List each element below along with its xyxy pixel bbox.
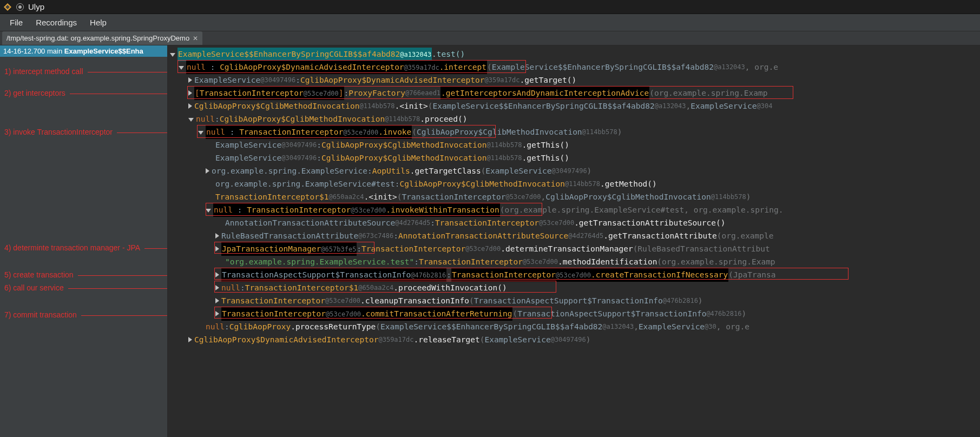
menu-help[interactable]: Help bbox=[90, 18, 107, 27]
tree-row[interactable]: null : TransactionInterceptor@53ce7d00.i… bbox=[168, 125, 980, 138]
expand-icon[interactable] bbox=[188, 77, 192, 83]
tree-row[interactable]: JpaTransactionManager@657b3fe5 : Transac… bbox=[168, 242, 980, 255]
menubar: File Recordings Help bbox=[0, 14, 980, 31]
recording-row[interactable]: 14-16-12.700 main ExampleService$$Enha bbox=[0, 45, 167, 57]
tree-row[interactable]: AnnotationTransactionAttributeSource@4d2… bbox=[168, 216, 980, 229]
tree-row[interactable]: TransactionInterceptor@53ce7d00.cleanupT… bbox=[168, 294, 980, 307]
expand-icon[interactable] bbox=[215, 285, 219, 290]
app-icon bbox=[3, 3, 12, 11]
expand-icon[interactable] bbox=[215, 298, 219, 303]
tree-row[interactable]: null : TransactionInterceptor$1@650aa2c4… bbox=[168, 281, 980, 294]
tree-row[interactable]: org.example.spring.ExampleService#test :… bbox=[168, 177, 980, 190]
tree-row[interactable]: ExampleService@30497496 : CglibAopProxy$… bbox=[168, 74, 980, 87]
tree-row[interactable]: org.example.spring.ExampleService : AopU… bbox=[168, 164, 980, 177]
tree-row[interactable]: CglibAopProxy$DynamicAdvisedInterceptor@… bbox=[168, 333, 980, 346]
tree-row[interactable]: TransactionInterceptor$1@650aa2c4.<init>… bbox=[168, 190, 980, 203]
tabstrip: /tmp/test-spring.dat: org.example.spring… bbox=[0, 31, 980, 45]
left-method: ExampleService$$Enha bbox=[64, 47, 143, 55]
anno-3: 3) invoke TransactionInterceptor bbox=[4, 128, 113, 136]
timestamp: 14-16-12.700 bbox=[3, 47, 45, 55]
thread: main bbox=[47, 47, 62, 55]
tab-recording[interactable]: /tmp/test-spring.dat: org.example.spring… bbox=[2, 31, 202, 45]
close-icon[interactable]: ✕ bbox=[193, 35, 198, 42]
titlebar: Ulyp bbox=[0, 0, 980, 14]
expand-icon[interactable] bbox=[170, 53, 175, 57]
expand-icon[interactable] bbox=[215, 246, 219, 251]
tree-row[interactable]: TransactionInterceptor@53ce7d00.commitTr… bbox=[168, 307, 980, 320]
window-title: Ulyp bbox=[28, 2, 44, 11]
expand-icon[interactable] bbox=[188, 103, 192, 109]
menu-recordings[interactable]: Recordings bbox=[36, 18, 77, 27]
left-panel: 14-16-12.700 main ExampleService$$Enha 1… bbox=[0, 45, 168, 437]
expand-icon[interactable] bbox=[215, 272, 219, 277]
expand-icon[interactable] bbox=[206, 209, 211, 213]
tree-row[interactable]: ExampleService@30497496 : CglibAopProxy$… bbox=[168, 151, 980, 164]
expand-icon[interactable] bbox=[188, 118, 194, 122]
tree-row[interactable]: null : CglibAopProxy$CglibMethodInvocati… bbox=[168, 112, 980, 125]
tab-label: /tmp/test-spring.dat: org.example.spring… bbox=[6, 34, 189, 42]
expand-icon[interactable] bbox=[188, 90, 192, 96]
anno-1: 1) intercept method call bbox=[4, 67, 83, 76]
expand-icon[interactable] bbox=[188, 337, 192, 342]
tree-row[interactable]: RuleBasedTransactionAttribute@673c7486 :… bbox=[168, 229, 980, 242]
expand-icon[interactable] bbox=[215, 311, 219, 316]
main-split: 14-16-12.700 main ExampleService$$Enha 1… bbox=[0, 45, 980, 437]
anno-4: 4) determinte transaction manager - JPA bbox=[4, 243, 140, 252]
tree-panel: ExampleService$$EnhancerBySpringCGLIB$$a… bbox=[168, 45, 980, 437]
expand-icon[interactable] bbox=[206, 168, 209, 174]
anno-5: 5) create transaction bbox=[4, 270, 74, 279]
expand-icon[interactable] bbox=[198, 131, 203, 135]
tree-row[interactable]: null : TransactionInterceptor@53ce7d00.i… bbox=[168, 203, 980, 216]
anno-7: 7) commit transaction bbox=[4, 310, 77, 319]
anno-6: 6) call our service bbox=[4, 283, 64, 292]
tree-row[interactable]: CglibAopProxy$CglibMethodInvocation@114b… bbox=[168, 100, 980, 112]
tree-row[interactable]: TransactionAspectSupport$TransactionInfo… bbox=[168, 268, 980, 281]
tree-row[interactable]: [TransactionInterceptor@53ce7d00] : Prox… bbox=[168, 87, 980, 100]
expand-icon[interactable] bbox=[215, 233, 219, 239]
tree-row[interactable]: ExampleService$$EnhancerBySpringCGLIB$$a… bbox=[168, 48, 980, 61]
expand-icon[interactable] bbox=[179, 66, 184, 70]
window-control-icon[interactable] bbox=[16, 3, 24, 11]
tree-row[interactable]: null : CglibAopProxy.processReturnType(E… bbox=[168, 320, 980, 333]
tree-row[interactable]: "org.example.spring.ExampleService.test"… bbox=[168, 255, 980, 268]
menu-file[interactable]: File bbox=[10, 18, 23, 27]
call-tree[interactable]: ExampleService$$EnhancerBySpringCGLIB$$a… bbox=[168, 45, 980, 348]
anno-2: 2) get interceptors bbox=[4, 89, 65, 97]
tree-row[interactable]: ExampleService@30497496 : CglibAopProxy$… bbox=[168, 138, 980, 151]
tree-row[interactable]: null : CglibAopProxy$DynamicAdvisedInter… bbox=[168, 61, 980, 74]
